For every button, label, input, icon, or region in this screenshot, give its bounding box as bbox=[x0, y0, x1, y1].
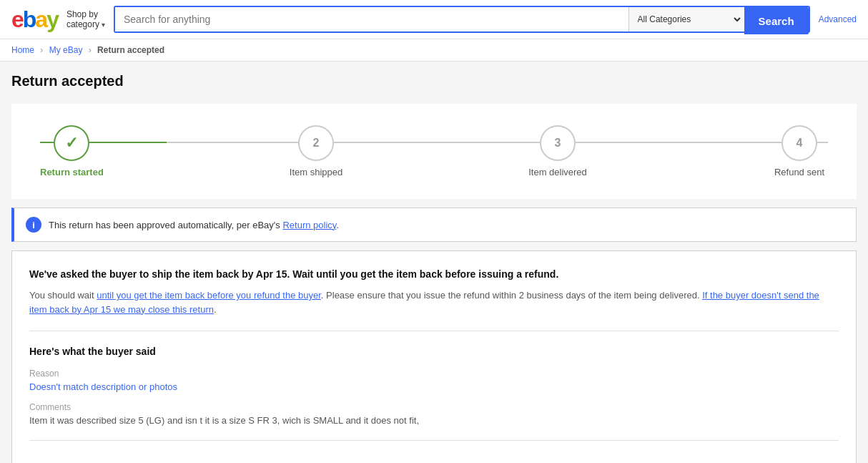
logo-e: e bbox=[11, 6, 23, 32]
buyer-section-title: Here's what the buyer said bbox=[29, 346, 839, 357]
checkmark-icon: ✓ bbox=[65, 134, 78, 152]
main-description: You should wait until you get the item b… bbox=[29, 288, 839, 331]
info-icon: i bbox=[26, 217, 41, 233]
step-circle-1: ✓ bbox=[54, 125, 89, 161]
info-text: This return has been approved automatica… bbox=[49, 220, 339, 230]
breadcrumb-home[interactable]: Home bbox=[11, 45, 34, 55]
info-banner: i This return has been approved automati… bbox=[11, 208, 857, 242]
breadcrumb-separator-1: › bbox=[40, 45, 43, 55]
shop-by-category[interactable]: Shop by category ▾ bbox=[66, 9, 105, 29]
step-4: 4 Refund sent bbox=[771, 125, 828, 177]
main-message: We've asked the buyer to ship the item b… bbox=[29, 268, 839, 280]
step-1: ✓ Return started bbox=[40, 125, 104, 177]
content-card: We've asked the buyer to ship the item b… bbox=[11, 250, 857, 463]
reason-label: Reason bbox=[29, 369, 839, 379]
step-circle-4: 4 bbox=[781, 125, 817, 161]
step-circle-3: 3 bbox=[540, 125, 576, 161]
category-label: category ▾ bbox=[66, 19, 105, 29]
logo-y: y bbox=[46, 6, 58, 32]
step-2: 2 Item shipped bbox=[287, 125, 345, 177]
step-label-3: Item delivered bbox=[528, 167, 587, 177]
comments-label: Comments bbox=[29, 402, 839, 412]
breadcrumb: Home › My eBay › Return accepted bbox=[0, 39, 868, 62]
page-title: Return accepted bbox=[11, 73, 857, 89]
step-label-2: Item shipped bbox=[290, 167, 342, 177]
return-policy-link[interactable]: Return policy bbox=[282, 220, 336, 230]
reason-field: Reason Doesn't match description or phot… bbox=[29, 369, 839, 392]
breadcrumb-current: Return accepted bbox=[97, 45, 164, 55]
ebay-logo: ebay bbox=[11, 8, 58, 31]
buyer-section: Here's what the buyer said Reason Doesn'… bbox=[29, 346, 839, 426]
advanced-search-link[interactable]: Advanced bbox=[819, 14, 857, 24]
chevron-down-icon: ▾ bbox=[102, 21, 105, 29]
comments-value: Item it was described size 5 (LG) and is… bbox=[29, 415, 839, 426]
divider bbox=[29, 440, 839, 441]
comments-field: Comments Item it was described size 5 (L… bbox=[29, 402, 839, 426]
search-button[interactable]: Search bbox=[744, 7, 809, 34]
reason-value: Doesn't match description or photos bbox=[29, 381, 839, 392]
logo-b: b bbox=[23, 6, 36, 32]
search-input[interactable] bbox=[115, 7, 628, 31]
shop-by-label: Shop by bbox=[66, 9, 105, 19]
breadcrumb-my-ebay[interactable]: My eBay bbox=[49, 45, 83, 55]
header: ebay Shop by category ▾ All Categories S… bbox=[0, 0, 868, 39]
category-select[interactable]: All Categories bbox=[628, 7, 743, 31]
search-bar: All Categories Search bbox=[114, 6, 810, 33]
breadcrumb-separator-2: › bbox=[89, 45, 92, 55]
main-content: Return accepted ✓ Return started 2 Item … bbox=[0, 62, 868, 463]
step-label-4: Refund sent bbox=[774, 167, 824, 177]
step-label-1: Return started bbox=[40, 167, 104, 177]
step-circle-2: 2 bbox=[298, 125, 334, 161]
logo-a: a bbox=[35, 6, 46, 32]
refund-footer: If you prefer, you can refund the buyer … bbox=[29, 455, 839, 463]
step-3: 3 Item delivered bbox=[528, 125, 587, 177]
progress-tracker: ✓ Return started 2 Item shipped 3 Item d… bbox=[11, 104, 857, 199]
refund-desc-link1[interactable]: until you get the item back before you r… bbox=[97, 290, 321, 301]
